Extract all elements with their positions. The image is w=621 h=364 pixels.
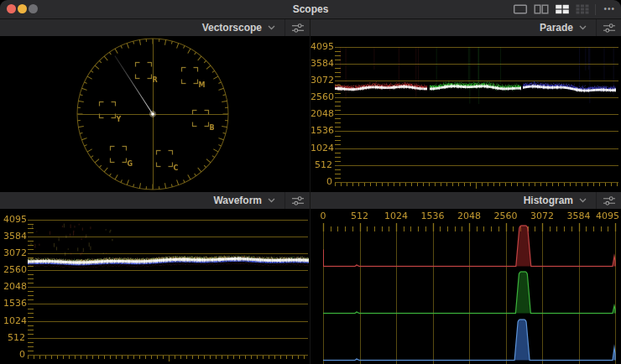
histogram-display: 05121024153620482560307235844095 bbox=[310, 209, 621, 364]
vectorscope-type-dropdown[interactable]: Vectorscope bbox=[202, 19, 284, 36]
sliders-icon bbox=[603, 23, 616, 34]
minimize-button[interactable] bbox=[18, 4, 27, 13]
fullscreen-button[interactable] bbox=[29, 4, 38, 13]
four-pane-icon bbox=[555, 4, 570, 14]
histogram-header: Histogram bbox=[310, 192, 621, 209]
waveform-header: Waveform bbox=[0, 192, 310, 209]
parade-canvas bbox=[310, 36, 621, 192]
sliders-icon bbox=[603, 195, 616, 206]
chevron-down-icon bbox=[579, 198, 587, 203]
parade-settings-button[interactable] bbox=[597, 19, 621, 36]
four-scope-layout-button[interactable] bbox=[555, 4, 570, 14]
close-button[interactable] bbox=[7, 4, 16, 13]
nine-pane-icon bbox=[576, 4, 589, 14]
parade-title: Parade bbox=[540, 19, 573, 36]
grid-scope-layout-button[interactable] bbox=[576, 4, 589, 14]
vectorscope-display: RMYBGC bbox=[0, 36, 310, 192]
vectorscope-settings-button[interactable] bbox=[285, 19, 310, 36]
waveform-panel: Waveform 40953584307 bbox=[0, 192, 310, 364]
single-pane-icon bbox=[513, 4, 528, 14]
scopes-window: Scopes bbox=[0, 0, 621, 364]
histogram-panel: Histogram 0512102415 bbox=[310, 192, 621, 364]
chevron-down-icon bbox=[268, 25, 275, 30]
vectorscope-panel: Vectorscope RMYBGC bbox=[0, 19, 310, 192]
sliders-icon bbox=[291, 195, 305, 206]
parade-panel: Parade 4095358430722 bbox=[310, 19, 621, 192]
waveform-type-dropdown[interactable]: Waveform bbox=[213, 192, 284, 209]
chevron-down-icon bbox=[579, 25, 587, 30]
parade-header: Parade bbox=[310, 19, 621, 36]
vectorscope-canvas bbox=[0, 36, 310, 192]
two-scope-layout-button[interactable] bbox=[534, 4, 549, 14]
parade-type-dropdown[interactable]: Parade bbox=[540, 19, 596, 36]
vectorscope-title: Vectorscope bbox=[202, 19, 262, 36]
single-scope-layout-button[interactable] bbox=[513, 4, 528, 14]
traffic-lights bbox=[7, 4, 38, 13]
window-title: Scopes bbox=[293, 0, 329, 18]
scope-grid: Vectorscope RMYBGC bbox=[0, 19, 621, 364]
waveform-settings-button[interactable] bbox=[285, 192, 310, 209]
waveform-title: Waveform bbox=[213, 192, 262, 209]
histogram-canvas bbox=[310, 209, 621, 364]
vectorscope-header: Vectorscope bbox=[0, 19, 310, 36]
histogram-title: Histogram bbox=[524, 192, 573, 209]
layout-buttons: ••• bbox=[513, 0, 617, 18]
waveform-display: 40953584307225602048153610245120 bbox=[0, 209, 310, 364]
more-options-button[interactable]: ••• bbox=[602, 0, 617, 18]
titlebar: Scopes bbox=[0, 0, 621, 19]
parade-display: 40953584307225602048153610245120 bbox=[310, 36, 621, 192]
chevron-down-icon bbox=[268, 198, 275, 203]
two-pane-icon bbox=[534, 4, 549, 14]
sliders-icon bbox=[291, 23, 305, 34]
histogram-settings-button[interactable] bbox=[597, 192, 621, 209]
histogram-type-dropdown[interactable]: Histogram bbox=[524, 192, 596, 209]
waveform-canvas bbox=[0, 209, 310, 364]
titlebar-separator bbox=[595, 4, 596, 15]
